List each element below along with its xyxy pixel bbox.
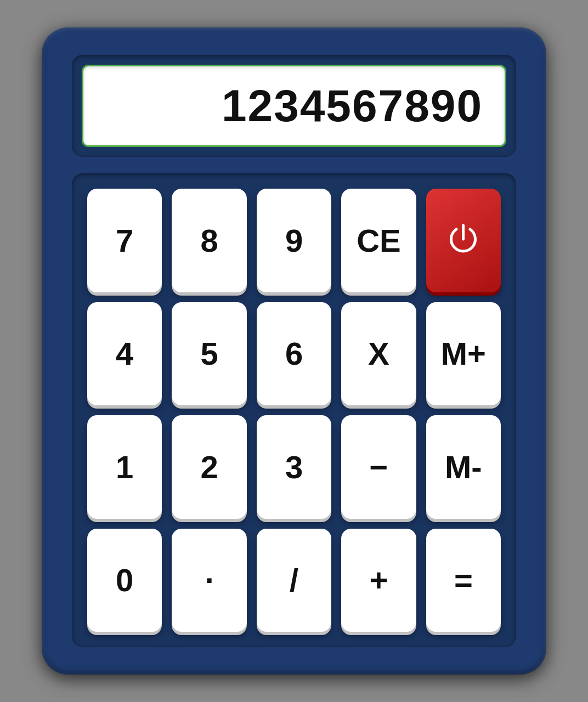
display-area: 1234567890 (72, 55, 516, 157)
btn-5[interactable]: 5 (172, 302, 246, 406)
btn-0[interactable]: 0 (87, 529, 162, 632)
keypad-row-1: 456XM+ (87, 302, 501, 406)
btn-1[interactable]: 1 (87, 415, 162, 519)
power-icon (445, 223, 481, 258)
display-value: 1234567890 (222, 80, 483, 132)
btn-decimal[interactable]: · (172, 529, 246, 632)
btn-9[interactable]: 9 (257, 189, 331, 292)
calculator: 1234567890 789CE456XM+123−M-0·/+= (42, 27, 546, 675)
btn-8[interactable]: 8 (172, 189, 246, 292)
btn-6[interactable]: 6 (257, 302, 331, 406)
btn-divide[interactable]: / (257, 529, 331, 632)
btn-multiply[interactable]: X (341, 302, 416, 406)
btn-3[interactable]: 3 (257, 415, 331, 519)
btn-plus[interactable]: + (341, 529, 416, 632)
btn-mplus[interactable]: M+ (426, 302, 501, 406)
btn-power[interactable] (426, 189, 501, 292)
btn-ce[interactable]: CE (341, 189, 416, 292)
btn-2[interactable]: 2 (172, 415, 246, 519)
btn-mminus[interactable]: M- (426, 415, 501, 519)
btn-4[interactable]: 4 (87, 302, 162, 406)
keypad-row-3: 0·/+= (87, 529, 501, 632)
keypad-area: 789CE456XM+123−M-0·/+= (72, 173, 516, 647)
keypad-row-2: 123−M- (87, 415, 501, 519)
btn-7[interactable]: 7 (87, 189, 162, 292)
display-screen: 1234567890 (82, 65, 506, 147)
keypad-row-0: 789CE (87, 189, 501, 292)
btn-equals[interactable]: = (426, 529, 501, 632)
btn-minus[interactable]: − (341, 415, 416, 519)
